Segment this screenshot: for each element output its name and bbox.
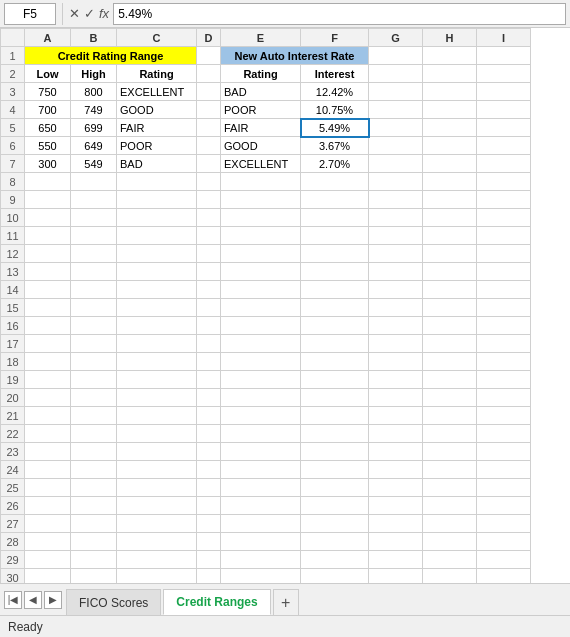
empty-cell-i-4[interactable] bbox=[477, 101, 531, 119]
empty-cell-i-1[interactable] bbox=[477, 47, 531, 65]
empty-cell-3-24[interactable] bbox=[197, 461, 221, 479]
empty-cell-4-20[interactable] bbox=[221, 389, 301, 407]
row-number[interactable]: 27 bbox=[1, 515, 25, 533]
empty-cell-0-11[interactable] bbox=[25, 227, 71, 245]
empty-cell-3-29[interactable] bbox=[197, 551, 221, 569]
empty-cell-g-2[interactable] bbox=[369, 65, 423, 83]
empty-cell-1-11[interactable] bbox=[71, 227, 117, 245]
empty-cell-1-26[interactable] bbox=[71, 497, 117, 515]
empty-cell-1-13[interactable] bbox=[71, 263, 117, 281]
empty-cell-g-5[interactable] bbox=[369, 119, 423, 137]
empty-cell-h-5[interactable] bbox=[423, 119, 477, 137]
row-number[interactable]: 16 bbox=[1, 317, 25, 335]
empty-cell-5-30[interactable] bbox=[301, 569, 369, 584]
empty-cell-g-7[interactable] bbox=[369, 155, 423, 173]
empty-cell-5-10[interactable] bbox=[301, 209, 369, 227]
col-header-i[interactable]: I bbox=[477, 29, 531, 47]
empty-cell-8-24[interactable] bbox=[477, 461, 531, 479]
empty-cell-0-24[interactable] bbox=[25, 461, 71, 479]
empty-cell-1-25[interactable] bbox=[71, 479, 117, 497]
row-number[interactable]: 10 bbox=[1, 209, 25, 227]
empty-cell-5-25[interactable] bbox=[301, 479, 369, 497]
empty-cell-4-26[interactable] bbox=[221, 497, 301, 515]
empty-cell-2-10[interactable] bbox=[117, 209, 197, 227]
empty-cell-0-26[interactable] bbox=[25, 497, 71, 515]
empty-cell-8-18[interactable] bbox=[477, 353, 531, 371]
empty-cell-3-28[interactable] bbox=[197, 533, 221, 551]
nav-first-btn[interactable]: |◀ bbox=[4, 591, 22, 609]
empty-cell-2-20[interactable] bbox=[117, 389, 197, 407]
col-rating-header[interactable]: Rating bbox=[117, 65, 197, 83]
row-number[interactable]: 29 bbox=[1, 551, 25, 569]
empty-cell-8-29[interactable] bbox=[477, 551, 531, 569]
empty-cell-7-16[interactable] bbox=[423, 317, 477, 335]
row-number[interactable]: 12 bbox=[1, 245, 25, 263]
cell-interest-7[interactable]: 2.70% bbox=[301, 155, 369, 173]
empty-cell-3-10[interactable] bbox=[197, 209, 221, 227]
confirm-icon[interactable]: ✓ bbox=[84, 6, 95, 21]
empty-cell-2-28[interactable] bbox=[117, 533, 197, 551]
empty-cell-2-11[interactable] bbox=[117, 227, 197, 245]
empty-cell-6-24[interactable] bbox=[369, 461, 423, 479]
cell-low-4[interactable]: 700 bbox=[25, 101, 71, 119]
empty-cell-7-24[interactable] bbox=[423, 461, 477, 479]
empty-cell-1-9[interactable] bbox=[71, 191, 117, 209]
empty-cell-1-18[interactable] bbox=[71, 353, 117, 371]
empty-cell-2-14[interactable] bbox=[117, 281, 197, 299]
empty-cell-3-19[interactable] bbox=[197, 371, 221, 389]
row-number[interactable]: 21 bbox=[1, 407, 25, 425]
empty-cell-7-9[interactable] bbox=[423, 191, 477, 209]
empty-cell-3-25[interactable] bbox=[197, 479, 221, 497]
empty-cell-7-28[interactable] bbox=[423, 533, 477, 551]
empty-cell-2-23[interactable] bbox=[117, 443, 197, 461]
empty-cell-1-23[interactable] bbox=[71, 443, 117, 461]
empty-cell-3-9[interactable] bbox=[197, 191, 221, 209]
col-header-e[interactable]: E bbox=[221, 29, 301, 47]
col-rating2-header[interactable]: Rating bbox=[221, 65, 301, 83]
empty-cell-0-9[interactable] bbox=[25, 191, 71, 209]
empty-cell-4-8[interactable] bbox=[221, 173, 301, 191]
empty-cell-4-15[interactable] bbox=[221, 299, 301, 317]
empty-cell-7-15[interactable] bbox=[423, 299, 477, 317]
empty-cell-0-22[interactable] bbox=[25, 425, 71, 443]
formula-input[interactable] bbox=[113, 3, 566, 25]
empty-cell-3-15[interactable] bbox=[197, 299, 221, 317]
row-number[interactable]: 2 bbox=[1, 65, 25, 83]
row-number[interactable]: 19 bbox=[1, 371, 25, 389]
empty-cell-4-13[interactable] bbox=[221, 263, 301, 281]
empty-cell-3-27[interactable] bbox=[197, 515, 221, 533]
empty-cell-4-16[interactable] bbox=[221, 317, 301, 335]
empty-cell-5-8[interactable] bbox=[301, 173, 369, 191]
empty-cell-5-18[interactable] bbox=[301, 353, 369, 371]
empty-cell-i-7[interactable] bbox=[477, 155, 531, 173]
empty-cell-7-13[interactable] bbox=[423, 263, 477, 281]
empty-cell-6-23[interactable] bbox=[369, 443, 423, 461]
empty-cell-5-22[interactable] bbox=[301, 425, 369, 443]
empty-cell-7-29[interactable] bbox=[423, 551, 477, 569]
empty-cell-1-28[interactable] bbox=[71, 533, 117, 551]
empty-cell-0-28[interactable] bbox=[25, 533, 71, 551]
cell-low-6[interactable]: 550 bbox=[25, 137, 71, 155]
cell-rating2-5[interactable]: FAIR bbox=[221, 119, 301, 137]
empty-cell-2-19[interactable] bbox=[117, 371, 197, 389]
empty-cell-3-17[interactable] bbox=[197, 335, 221, 353]
cell-high-6[interactable]: 649 bbox=[71, 137, 117, 155]
empty-cell-2-27[interactable] bbox=[117, 515, 197, 533]
empty-cell-5-21[interactable] bbox=[301, 407, 369, 425]
empty-cell-4-28[interactable] bbox=[221, 533, 301, 551]
col-high[interactable]: High bbox=[71, 65, 117, 83]
empty-cell-4-17[interactable] bbox=[221, 335, 301, 353]
cell-interest-6[interactable]: 3.67% bbox=[301, 137, 369, 155]
empty-cell-d-3[interactable] bbox=[197, 83, 221, 101]
empty-cell-1-22[interactable] bbox=[71, 425, 117, 443]
row-number[interactable]: 14 bbox=[1, 281, 25, 299]
empty-cell-2-18[interactable] bbox=[117, 353, 197, 371]
row-number[interactable]: 26 bbox=[1, 497, 25, 515]
empty-cell-i-6[interactable] bbox=[477, 137, 531, 155]
empty-cell-1-21[interactable] bbox=[71, 407, 117, 425]
empty-cell-8-16[interactable] bbox=[477, 317, 531, 335]
empty-cell-d-4[interactable] bbox=[197, 101, 221, 119]
empty-cell-6-28[interactable] bbox=[369, 533, 423, 551]
empty-cell-7-14[interactable] bbox=[423, 281, 477, 299]
empty-cell-g-1[interactable] bbox=[369, 47, 423, 65]
